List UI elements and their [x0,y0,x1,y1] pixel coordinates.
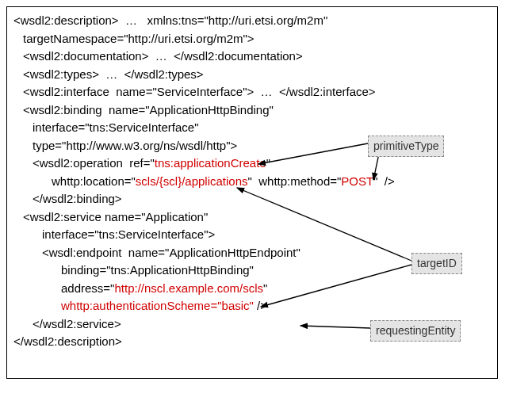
code-line: <wsdl2:documentation> … </wsdl2:document… [13,48,491,66]
code-line: <wsdl2:service name="Application" [13,208,491,227]
code-line: <wsdl2:interface name="ServiceInterface"… [13,83,491,101]
location-value: scls/{scl}/applications [136,174,248,188]
code-line: address="http://nscl.example.com/scls" [13,280,491,298]
code-line: interface="tns:ServiceInterface"> [13,226,491,244]
label-primitive-type: primitiveType [368,136,444,157]
code-line: <wsdl2:binding name="ApplicationHttpBind… [13,101,491,120]
label-target-id: targetID [411,253,462,274]
code-line: <wsdl2:operation ref="tns:applicationCre… [13,155,491,173]
code-line: <wsdl2:types> … </wsdl2:types> [13,66,491,84]
primitive-value: tns:applicationCreate [155,156,266,170]
label-requesting-entity: requestingEntity [370,320,461,342]
wsdl-snippet-diagram: <wsdl2:description> … xmlns:tns="http://… [6,6,498,379]
code-line: </wsdl2:binding> [13,190,491,208]
method-value: POST [341,174,373,188]
code-line: whttp:location="scls/{scl}/applications"… [13,173,491,191]
auth-scheme-value: whttp:authenticationScheme="basic" [61,299,254,312]
code-line: targetNamespace="http://uri.etsi.org/m2m… [13,30,491,48]
address-value: http://nscl.example.com/scls [114,281,263,295]
code-line: <wsdl2:description> … xmlns:tns="http://… [13,12,491,30]
code-line: whttp:authenticationScheme="basic" /> [13,297,491,315]
code-line: interface="tns:ServiceInterface" [13,119,491,137]
